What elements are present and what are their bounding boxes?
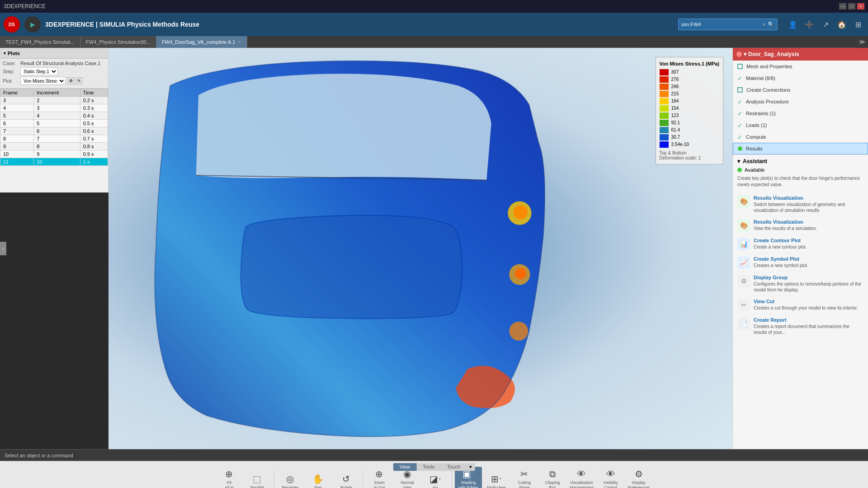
cutting-plane-icon: ✂ [520, 469, 528, 479]
assistant-item[interactable]: 🎨 Results Visualization View the results… [737, 216, 863, 235]
assistant-item-desc: Creates a new symbol plot. [754, 263, 863, 268]
panel-item-material_88[interactable]: ✓Material (8/8) [733, 72, 868, 84]
panel-expand-icon[interactable]: ▾ [744, 51, 746, 57]
panel-item-mesh_and_properties[interactable]: Mesh and Properties [733, 61, 868, 72]
assistant-item[interactable]: 📊 Create Contour Plot Create a new conto… [737, 235, 863, 253]
legend-bar-item: 276 [660, 76, 719, 83]
app-title: 3DEXPERIENCE | SIMULIA Physics Methods R… [45, 21, 199, 28]
panel-collapse-button[interactable]: ≫ [856, 36, 868, 48]
panel-item-restraints_1[interactable]: ✓Restraints (1) [733, 108, 868, 119]
table-row[interactable]: 870.7 s [0, 135, 108, 143]
cutting-plane-button[interactable]: ✂ CuttingPlane [511, 467, 538, 488]
pan-button[interactable]: ✋ Pan [305, 472, 332, 488]
assistant-item-icon: ⚙ [737, 275, 750, 287]
view-tab-touch[interactable]: Touch [441, 463, 467, 471]
recenter-label: Recenter [282, 485, 299, 488]
assistant-item[interactable]: 📄 Create Report Creates a report documen… [737, 314, 863, 338]
table-row[interactable]: 1090.9 s [0, 150, 108, 158]
tab-2-close-icon[interactable]: ✕ [238, 40, 241, 44]
left-panel-toggle[interactable]: ‹ [0, 242, 6, 255]
shading-with-edges-label: with Edges [458, 485, 478, 488]
iso-button[interactable]: ◪ ▾ iso [422, 472, 449, 488]
view-tab-tools[interactable]: Tools [416, 463, 441, 471]
dropdown-arrow-icon[interactable]: ▾ [500, 477, 501, 481]
multi-view-button[interactable]: ⊞ ▾ Multi-View [483, 472, 510, 488]
iso-icon: ◪ [429, 474, 438, 484]
fit-all-in-button[interactable]: ⊕ FitAll In [216, 467, 243, 488]
plots-collapse-arrow[interactable]: ▾ [4, 51, 6, 56]
panel-item-analysis_procedure[interactable]: ✓Analysis Procedure [733, 96, 868, 108]
parallel-button[interactable]: ⬚ Parallel [244, 472, 271, 488]
view-tab-more-icon[interactable]: ▾ [467, 463, 475, 471]
table-row[interactable]: 650.5 s [0, 120, 108, 127]
panel-item-label: Results [746, 146, 763, 151]
minimize-button[interactable]: — [839, 3, 846, 9]
user-icon[interactable]: 👤 [787, 18, 799, 31]
home-icon[interactable]: 🏠 [835, 18, 848, 31]
time-cell: 0.7 s [80, 135, 108, 143]
dropdown-arrow-icon[interactable]: ▾ [439, 477, 441, 481]
cutting-plane-label: Cutting [518, 480, 531, 485]
table-row[interactable]: 11101 s [0, 158, 108, 166]
assistant-item-desc: Creates a report document that summarize… [754, 324, 863, 335]
plot-select[interactable]: Von Mises Stress.1 [20, 77, 66, 85]
table-row[interactable]: 430.3 s [0, 104, 108, 112]
parallel-label: Parallel [250, 485, 264, 488]
panel-item-compute[interactable]: ✓Compute [733, 131, 868, 143]
zoom-in-out-label: ZoomIn Out [374, 480, 385, 488]
zoom-in-out-button[interactable]: ⊕ ZoomIn Out [366, 467, 393, 488]
assistant-item-title: Create Report [754, 317, 863, 323]
search-icon[interactable]: 🔍 [768, 21, 774, 28]
tab-2[interactable]: FW4_DoorSag_VA_complete A.1 ✕ [156, 36, 247, 48]
share-icon[interactable]: ↗ [819, 18, 832, 31]
table-row[interactable]: 540.4 s [0, 112, 108, 120]
recenter-button[interactable]: ◎ Recenter [277, 472, 304, 488]
plot-settings-button[interactable]: ⚙ [67, 77, 75, 84]
step-select[interactable]: Static Step.1 [20, 67, 58, 75]
search-clear-icon[interactable]: ✕ [762, 22, 766, 27]
increment-cell: 2 [34, 97, 80, 104]
tab-1[interactable]: FW4_Physics Simulation00... [80, 36, 156, 48]
grid-icon[interactable]: ⊞ [852, 18, 864, 31]
visibility-control-label: VisibilityControl [603, 480, 618, 488]
tab-2-label: FW4_DoorSag_VA_complete A.1 [162, 39, 235, 45]
rotate-button[interactable]: ↺ Rotate [333, 472, 360, 488]
close-button[interactable]: ✕ [857, 3, 864, 9]
table-row[interactable]: 760.6 s [0, 127, 108, 135]
clipping-box-button[interactable]: ⧉ ClippingBox [539, 467, 566, 488]
assistant-item[interactable]: 🎨 Results Visualization Switch between v… [737, 192, 863, 216]
assistant-item[interactable]: ✂ View Cut Creates a cut through your mo… [737, 296, 863, 314]
visualization-management-button[interactable]: 👁 VisualizationManagement [567, 467, 596, 488]
available-label: Available [745, 167, 764, 173]
panel-item-loads_1[interactable]: ✓Loads (1) [733, 119, 868, 131]
search-input[interactable] [681, 22, 760, 27]
plot-edit-button[interactable]: ✎ [75, 77, 83, 84]
case-label: Case: [3, 61, 19, 66]
frame-cell: 5 [0, 112, 34, 120]
table-row[interactable]: 980.8 s [0, 143, 108, 150]
play-button[interactable] [24, 16, 41, 33]
tab-0[interactable]: TEST_FW4_Physics Simulati... [0, 36, 80, 48]
plots-table: Frame Increment Time 320.2 s430.3 s540.4… [0, 89, 108, 192]
visibility-control-label: Control [604, 485, 617, 488]
viewport[interactable]: Von Mises Stress.1 (MPa) 307276246215184… [108, 48, 732, 449]
dropdown-arrow-icon[interactable]: ▾ [472, 472, 474, 476]
assistant-item[interactable]: 📈 Create Symbol Plot Creates a new symbo… [737, 253, 863, 272]
legend-bar-item: 307 [660, 69, 719, 75]
visibility-control-button[interactable]: 👁 VisibilityControl [597, 467, 624, 488]
assistant-header[interactable]: ▾ Assistant [737, 158, 863, 164]
maximize-button[interactable]: □ [848, 3, 855, 9]
square-icon [737, 64, 743, 69]
table-row[interactable]: 320.2 s [0, 97, 108, 104]
add-icon[interactable]: ➕ [803, 18, 816, 31]
multi-view-icon: ⊞ [491, 474, 499, 484]
panel-item-results[interactable]: Results [733, 143, 868, 155]
clipping-box-icon: ⧉ [549, 469, 556, 479]
clipping-box-label: Clipping [545, 480, 560, 485]
display-preferences-button[interactable]: ⚙ DisplayPreferences [625, 467, 653, 488]
plots-panel: ▾ Plots Case: Result Of Structural Analy… [0, 48, 108, 192]
view-tab-view[interactable]: View [393, 463, 417, 471]
assistant-item[interactable]: ⚙ Display Group Configures the options t… [737, 272, 863, 296]
time-cell: 1 s [80, 158, 108, 166]
panel-item-create_connections[interactable]: Create Connections [733, 84, 868, 96]
